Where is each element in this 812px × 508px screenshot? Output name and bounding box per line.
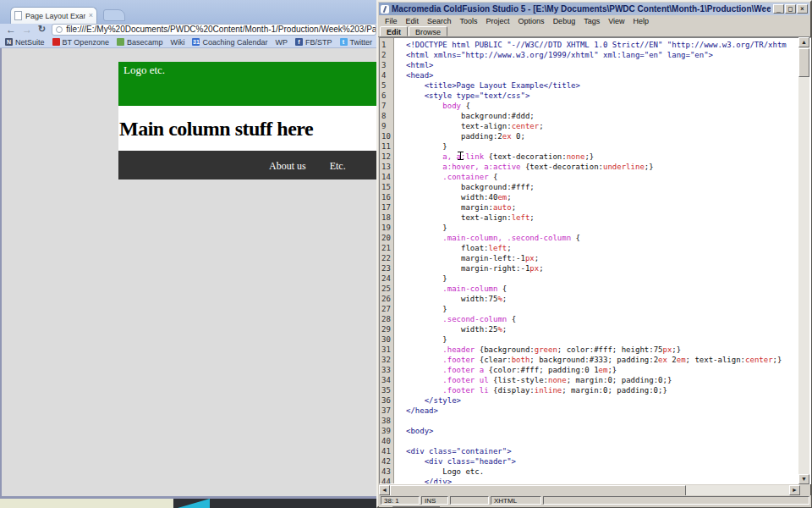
site-container: Logo etc. Main column stuff here About u… — [118, 62, 376, 179]
address-bar[interactable]: file:///E:/My%20Documents/PWDC%20Content… — [52, 24, 376, 36]
line-number: 10 — [380, 132, 393, 142]
reload-icon[interactable]: ↻ — [38, 25, 46, 34]
close-button[interactable]: × — [797, 4, 808, 14]
menu-tags[interactable]: Tags — [584, 17, 600, 25]
code-line[interactable] — [406, 437, 810, 447]
code-line[interactable]: margin-right:-1px; — [406, 264, 810, 274]
code-line[interactable]: } — [406, 335, 810, 345]
background-window-beige — [0, 499, 173, 508]
code-line[interactable]: <html xmlns="http://www.w3.org/1999/xhtm… — [406, 51, 810, 61]
line-number: 22 — [380, 254, 393, 264]
code-line[interactable]: .footer li {display:inline; margin:0; pa… — [406, 386, 810, 396]
code-line[interactable]: <body> — [406, 427, 810, 437]
code-line[interactable]: } — [406, 274, 810, 284]
menu-edit[interactable]: Edit — [406, 17, 420, 25]
browser-tab[interactable]: Page Layout Example × — [10, 7, 97, 24]
code-line[interactable]: <div class="header"> — [406, 457, 810, 467]
new-tab-button[interactable] — [103, 9, 125, 21]
bookmark-netsuite[interactable]: NNetSuite — [5, 38, 45, 47]
code-line[interactable]: .footer {clear:both; background:#333; pa… — [406, 356, 810, 366]
code-line[interactable]: .main-column, .second-column { — [406, 234, 810, 244]
line-number: 18 — [380, 213, 393, 224]
view-tab-browse[interactable]: Browse — [409, 26, 447, 36]
tab-close-icon[interactable]: × — [89, 12, 93, 19]
menu-search[interactable]: Search — [427, 17, 452, 25]
code-line[interactable]: text-align:center; — [406, 122, 810, 132]
bookmark-label: Coaching Calendar — [202, 38, 267, 47]
bookmark-coaching-calendar[interactable]: 31Coaching Calendar — [192, 38, 267, 47]
browser-window: Page Layout Example × ← → ↻ file:///E:/M… — [0, 0, 376, 499]
code-line[interactable]: .footer a {color:#fff; padding:0 1em;} — [406, 366, 810, 376]
menu-view[interactable]: View — [608, 17, 624, 25]
site-header: Logo etc. — [118, 62, 376, 106]
code-line[interactable]: <html> — [406, 61, 810, 71]
menu-file[interactable]: File — [385, 17, 398, 25]
code-line[interactable]: </head> — [406, 406, 810, 417]
forward-icon[interactable]: → — [22, 25, 32, 35]
line-number: 21 — [380, 244, 393, 254]
menu-help[interactable]: Help — [634, 17, 650, 25]
line-number: 30 — [380, 335, 393, 345]
code-line[interactable]: width:25%; — [406, 325, 810, 335]
code-editor[interactable]: 1234567891011121314151617181920212223242… — [379, 37, 811, 484]
code-line[interactable]: .second-column { — [406, 315, 810, 325]
code-line[interactable]: .header {background:green; color:#fff; h… — [406, 345, 810, 356]
code-line[interactable]: </style> — [406, 396, 810, 406]
code-line[interactable]: width:40em; — [406, 193, 810, 203]
code-line[interactable]: margin-left:-1px; — [406, 254, 810, 264]
browser-viewport: Logo etc. Main column stuff here About u… — [0, 48, 376, 496]
screen: Page Layout Example × ← → ↻ file:///E:/M… — [0, 0, 812, 508]
code-line[interactable]: } — [406, 224, 810, 234]
scroll-down-icon[interactable]: ▼ — [798, 474, 809, 484]
code-line[interactable]: <title>Page Layout Example</title> — [406, 81, 810, 91]
code-line[interactable]: Logo etc. — [406, 467, 810, 478]
menu-debug[interactable]: Debug — [553, 17, 576, 25]
code-line[interactable]: .footer ul {list-style:none; margin:0; p… — [406, 376, 810, 386]
code-line[interactable]: .container { — [406, 173, 810, 183]
minimize-button[interactable]: _ — [773, 4, 784, 14]
view-tab-edit[interactable]: Edit — [380, 26, 408, 36]
line-number: 20 — [380, 234, 393, 244]
code-line[interactable]: <!DOCTYPE html PUBLIC "-//W3C//DTD XHTML… — [406, 41, 810, 51]
code-line[interactable] — [406, 417, 810, 427]
bookmark-bt-openzone[interactable]: BT Openzone — [52, 38, 109, 47]
bookmark-wp[interactable]: WP — [276, 38, 288, 47]
code-line[interactable]: width:75%; — [406, 295, 810, 305]
code-lines[interactable]: <!DOCTYPE html PUBLIC "-//W3C//DTD XHTML… — [394, 38, 810, 483]
menu-options[interactable]: Options — [518, 17, 545, 25]
code-line[interactable]: <style type="text/css"> — [406, 91, 810, 102]
code-line[interactable]: } — [406, 305, 810, 315]
menu-bar: FileEditSearchToolsProjectOptionsDebugTa… — [378, 16, 810, 26]
code-line[interactable]: padding:2ex 0; — [406, 132, 810, 142]
bookmark-fb-stp[interactable]: fFB/STP — [295, 38, 332, 47]
code-line[interactable]: a, a:link {text-decoration:none;} — [406, 152, 810, 163]
code-line[interactable]: background:#fff; — [406, 183, 810, 193]
code-line[interactable]: background:#ddd; — [406, 112, 810, 122]
footer-link-etc[interactable]: Etc. — [330, 160, 346, 179]
code-line[interactable]: float:left; — [406, 244, 810, 254]
editor-title-bar[interactable]: Macromedia ColdFusion Studio 5 - [E:\My … — [379, 3, 809, 15]
back-icon[interactable]: ← — [6, 25, 16, 35]
menu-tools[interactable]: Tools — [460, 17, 478, 25]
code-line[interactable]: .main-column { — [406, 284, 810, 295]
menu-project[interactable]: Project — [486, 17, 510, 25]
bookmark-wiki[interactable]: Wiki — [170, 38, 184, 47]
bookmark-twitter[interactable]: tTwitter — [340, 38, 373, 47]
code-line[interactable]: text-align:left; — [406, 213, 810, 224]
maximize-button[interactable]: □ — [785, 4, 796, 14]
vertical-scrollbar[interactable]: ▲ ▼ — [798, 37, 809, 484]
url-text[interactable]: file:///E:/My%20Documents/PWDC%20Content… — [66, 25, 376, 34]
code-line[interactable]: <head> — [406, 71, 810, 81]
code-line[interactable]: <div class="container"> — [406, 447, 810, 457]
bookmark-basecamp[interactable]: Basecamp — [117, 38, 163, 47]
code-line[interactable]: margin:auto; — [406, 203, 810, 213]
footer-link-about[interactable]: About us — [269, 160, 306, 179]
scroll-right-icon[interactable]: ► — [789, 485, 800, 495]
code-line[interactable]: </div> — [406, 478, 810, 483]
scroll-up-icon[interactable]: ▲ — [798, 37, 809, 47]
vertical-scroll-thumb[interactable] — [798, 48, 809, 77]
code-line[interactable]: body { — [406, 102, 810, 112]
code-line[interactable]: a:hover, a:active {text-decoration:under… — [406, 163, 810, 173]
scroll-left-icon[interactable]: ◄ — [379, 485, 390, 495]
code-line[interactable]: } — [406, 142, 810, 152]
